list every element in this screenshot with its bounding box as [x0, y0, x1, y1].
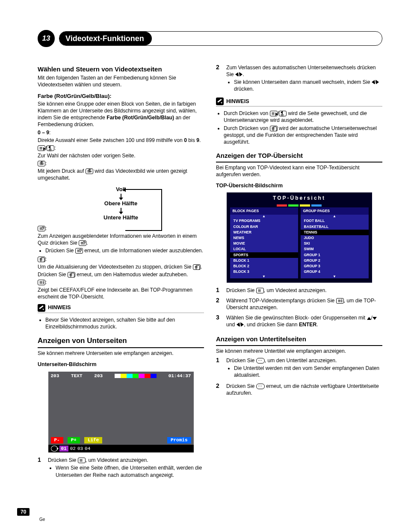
- right-column: 2 Zum Verlassen des automatischen Unters…: [216, 62, 382, 482]
- tt-life: Life: [84, 437, 102, 443]
- text: Während TOP-Videotextempfangs drücken Si…: [226, 297, 382, 311]
- step-number: 1: [216, 356, 221, 380]
- note-body: Bevor Sie Videotext anzeigen, schalten S…: [45, 316, 204, 330]
- text: Mit den folgenden Tasten an der Fernbedi…: [38, 74, 204, 88]
- subpage-screen-mock: 203 TEXT 203 01:44:37 P- P+ Life Promis: [48, 372, 194, 453]
- tt-sub-02: 02: [70, 446, 76, 452]
- text: Um die Aktualisierung der Videotextseite…: [38, 263, 204, 270]
- text: Drücken Sie , um Videotext anzuzeigen.: [226, 287, 382, 294]
- bullet: Drücken Sie erneut, um die Informationen…: [45, 247, 204, 254]
- tt-page-a: 203: [51, 373, 59, 379]
- text: Zum Verlassen des automatischen Untersei…: [226, 64, 382, 78]
- page-number-badge: 70: [17, 508, 30, 516]
- bullet-list: Drücken Sie erneut, um die Informationen…: [45, 247, 204, 254]
- text: Wählen Sie die gewünschten Block- oder G…: [226, 314, 382, 328]
- text: Drücken Sie erneut, um den Haltemodus wi…: [38, 271, 204, 278]
- heading-select: Wählen und Steuern von Videotextseiten: [38, 65, 204, 74]
- left-column: Wählen und Steuern von Videotextseiten M…: [38, 62, 204, 482]
- text: Bei Empfang von TOP-Videotext kann eine …: [216, 164, 382, 178]
- teletext-hold-icon: [270, 126, 278, 131]
- pane-header: GROUP PAGES: [301, 207, 369, 215]
- tt-p-plus: P+: [68, 437, 80, 443]
- block-pages-pane: BLOCK PAGES ▲ TV PROGRAMS COLOUR BAR WEA…: [230, 207, 298, 278]
- heading-subpages: Anzeigen von Unterseiten: [38, 336, 204, 346]
- color-legend: [230, 204, 369, 207]
- icon-row: :: [38, 279, 204, 286]
- heading-color: Farbe (Rot/Grün/Gelb/Blau):: [38, 92, 204, 100]
- step-number: 2: [216, 63, 221, 94]
- bullet: Bevor Sie Videotext anzeigen, schalten S…: [45, 316, 204, 330]
- top-screen-label: TOP-Übersicht-Bildschirm: [216, 182, 382, 189]
- note-label: HINWEIS: [226, 98, 249, 105]
- tt-text-label: TEXT: [71, 373, 82, 379]
- note-icon: [216, 98, 224, 105]
- icon-row: :: [38, 160, 204, 167]
- heading-top: Anzeigen der TOP-Übersicht: [216, 151, 382, 160]
- note-list: Durch Drücken von / wird die Seite gewec…: [224, 110, 382, 145]
- icons-row: /:: [38, 145, 204, 151]
- teletext-icon: [78, 458, 86, 463]
- text: Drücken Sie , um Videotext anzuzeigen.: [48, 457, 204, 464]
- step-row: 2 Drücken Sie erneut, um die nächste ver…: [216, 382, 382, 397]
- chapter-number-badge: 13: [38, 30, 55, 47]
- tt-page-b: 203: [94, 373, 103, 379]
- teletext-next-icon: [270, 111, 278, 116]
- step-number: 2: [216, 382, 221, 397]
- icon-row: :: [38, 225, 204, 232]
- left-arrow-icon: [237, 322, 239, 327]
- tt-time: 01:44:37: [169, 373, 191, 379]
- teletext-size-icon: [38, 161, 45, 166]
- size-cycle-diagram: Voll Obere Hälfte Untere Hälfte: [74, 186, 168, 221]
- chapter-header: 13 Videotext-Funktionen: [38, 30, 382, 47]
- manual-page: 13 Videotext-Funktionen Wählen und Steue…: [0, 0, 408, 532]
- bullet: Die Untertitel werden mit den vom Sender…: [234, 365, 382, 378]
- teletext-reveal-icon: [75, 248, 83, 254]
- up-arrow-icon: [367, 317, 371, 320]
- chapter-number: 13: [42, 34, 50, 43]
- right-arrow-icon: [376, 80, 379, 84]
- step-number: 1: [216, 286, 221, 295]
- step-row: 1 Drücken Sie , um Videotext anzuzeigen.: [216, 286, 382, 295]
- note-header: HINWEIS: [216, 98, 382, 105]
- digits-label: 0 – 9:: [38, 129, 204, 136]
- text: Drücken Sie erneut, um die nächste verfü…: [226, 383, 382, 396]
- tt-sub-04: 04: [85, 446, 90, 452]
- chapter-title: Videotext-Funktionen: [59, 32, 152, 45]
- text: Zeigt bei CEEFAX/FLOF eine Indexseite an…: [38, 287, 204, 300]
- teletext-index-icon: [38, 280, 45, 285]
- teletext-hold-icon: [38, 257, 45, 262]
- text: Drücken Sie , um den Untertitel anzuzeig…: [226, 357, 382, 364]
- text: Sie können eine Gruppe oder einen Block …: [38, 100, 204, 128]
- teletext-reveal-icon: [38, 226, 45, 231]
- step-row: 1 Drücken Sie , um Videotext anzuzeigen.…: [38, 456, 204, 480]
- left-arrow-icon: [372, 80, 375, 84]
- step-number: 3: [216, 313, 221, 329]
- teletext-prev-icon: [279, 111, 287, 116]
- down-arrow-icon: [373, 317, 377, 320]
- step-row: 2 Zum Verlassen des automatischen Unters…: [216, 63, 382, 94]
- page-lang-label: Ge: [39, 517, 45, 522]
- chapter-title-pill: Videotext-Funktionen: [59, 31, 382, 46]
- top-overview-mock: TOP-Übersicht BLOCK PAGES ▲ TV PROGRAMS …: [227, 192, 372, 282]
- teletext-size-icon: [86, 168, 93, 174]
- tt-sub-01: 01: [59, 446, 68, 452]
- text: Mit jedem Druck auf wird das Videotextbi…: [38, 168, 204, 181]
- note-label: HINWEIS: [48, 304, 71, 311]
- text: Zum Anzeigen ausgeblendeter Informatione…: [38, 233, 204, 246]
- teletext-reveal-icon: [79, 240, 86, 246]
- step-row: 1 Drücken Sie , um den Untertitel anzuze…: [216, 356, 382, 380]
- step-row: 2 Während TOP-Videotextempfangs drücken …: [216, 296, 382, 312]
- text: Sie können mehrere Untertitel wie empfan…: [216, 348, 382, 355]
- pane-header: BLOCK PAGES: [230, 207, 298, 215]
- heading-subtitle: Anzeigen von Untertitelseiten: [216, 335, 382, 343]
- tt-p-minus: P-: [51, 437, 63, 443]
- text: Sie können mehrere Unterseiten wie empfa…: [38, 350, 204, 357]
- group-pages-pane: GROUP PAGES ▲ FOOT BALL BASKETBALL TENNI…: [301, 207, 369, 278]
- teletext-hold-icon: [193, 264, 201, 270]
- teletext-prev-icon: [47, 145, 54, 151]
- subpage-screen-label: Unterseiten-Bildschirm: [38, 361, 204, 368]
- teletext-icon: [256, 288, 264, 293]
- bullet: Wenn Sie eine Seite öffnen, die Untersei…: [56, 464, 204, 478]
- bullet: Durch Drücken von wird der automatische …: [224, 125, 382, 145]
- subtitle-icon: [256, 358, 265, 364]
